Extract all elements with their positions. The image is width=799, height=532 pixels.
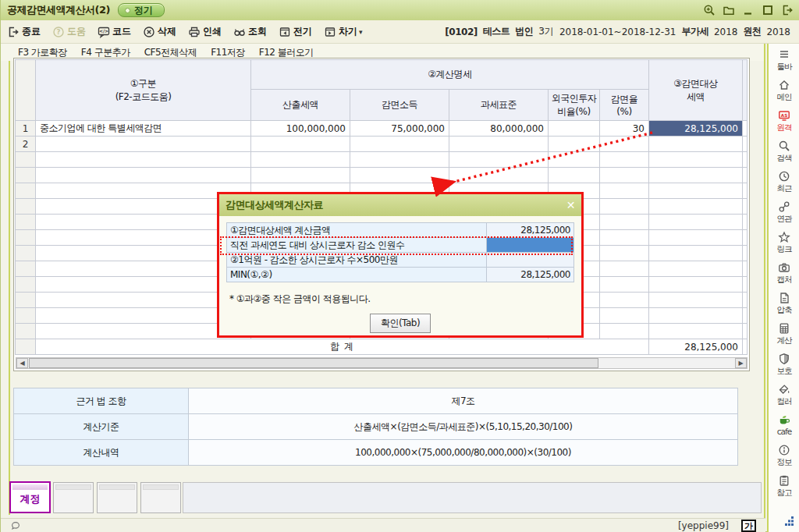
- grid-cell[interactable]: [449, 152, 549, 168]
- period-badge[interactable]: 정기: [118, 3, 165, 17]
- grid-cell[interactable]: [600, 246, 649, 261]
- grid-cell[interactable]: [600, 152, 649, 168]
- grid-cell[interactable]: [549, 137, 600, 152]
- sidebar-item-원격[interactable]: 원격: [769, 109, 799, 140]
- toolbar-more-button[interactable]: ▾: [359, 28, 363, 36]
- function-key-f12[interactable]: F12 불러오기: [259, 46, 314, 59]
- grid-cell[interactable]: [251, 152, 350, 168]
- grid-cell[interactable]: 28,125,000: [649, 121, 743, 137]
- grid-cell[interactable]: [600, 215, 649, 230]
- grid-cell[interactable]: [649, 293, 743, 308]
- grid-cell[interactable]: [600, 137, 649, 152]
- grid-cell[interactable]: [649, 261, 743, 277]
- grid-cell[interactable]: [549, 121, 600, 137]
- chat-bubble-icon[interactable]: [10, 520, 21, 531]
- tab-empty-1[interactable]: [53, 482, 94, 513]
- sidebar-item-툴바[interactable]: 툴바: [769, 48, 799, 79]
- sidebar-item-계산[interactable]: 계산: [769, 322, 799, 353]
- folder-icon[interactable]: [723, 4, 735, 16]
- grid-cell[interactable]: 75,000,000: [350, 121, 449, 137]
- grid-cell[interactable]: [600, 277, 649, 293]
- close-icon[interactable]: ✕: [566, 199, 575, 211]
- grid-cell[interactable]: [36, 152, 251, 168]
- sidebar-item-최근[interactable]: 최근: [769, 170, 799, 200]
- grid-cell[interactable]: [649, 277, 743, 293]
- sidebar-item-링크[interactable]: 링크: [769, 231, 799, 261]
- font-size-button[interactable]: 가: [741, 520, 756, 532]
- tab-empty-3[interactable]: [140, 482, 181, 513]
- grid-cell[interactable]: [549, 168, 600, 183]
- grid-cell[interactable]: [600, 261, 649, 277]
- resize-grip-icon[interactable]: [785, 516, 794, 526]
- sidebar-item-압축[interactable]: 압축: [769, 292, 799, 322]
- grid-cell[interactable]: [36, 137, 251, 152]
- grid-cell[interactable]: [600, 230, 649, 246]
- toolbar-button-조회[interactable]: 조회: [233, 25, 267, 38]
- toolbar-button-코드[interactable]: 코드: [98, 25, 131, 38]
- sidebar-item-검색[interactable]: 검색: [769, 140, 799, 170]
- sidebar-item-메인[interactable]: 메인: [769, 79, 799, 109]
- sidebar-item-컬러[interactable]: 컬러: [769, 383, 799, 413]
- tab-account[interactable]: 계정: [9, 481, 51, 513]
- grid-cell[interactable]: [649, 183, 743, 199]
- horizontal-scrollbar[interactable]: ◀ ▶: [16, 357, 748, 369]
- row-number-cell: [16, 324, 36, 339]
- grid-cell[interactable]: [449, 137, 549, 152]
- grid-cell[interactable]: [350, 152, 449, 168]
- scrollbar-thumb[interactable]: [29, 358, 598, 368]
- grid-cell[interactable]: 80,000,000: [449, 121, 549, 137]
- grid-cell[interactable]: [36, 168, 251, 183]
- sidebar-item-cafe[interactable]: cafe: [769, 413, 799, 444]
- grid-cell[interactable]: [600, 183, 649, 199]
- sidebar-item-연관[interactable]: 연관: [769, 200, 799, 231]
- sidebar-item-정보[interactable]: 정보: [769, 444, 799, 474]
- function-key-cf5전체삭제[interactable]: CF5전체삭제: [144, 46, 197, 59]
- function-key-f4[interactable]: F4 구분추가: [81, 46, 130, 59]
- grid-cell[interactable]: [549, 152, 600, 168]
- grid-cell[interactable]: [600, 168, 649, 183]
- grid-cell[interactable]: [600, 199, 649, 215]
- exit-window-icon[interactable]: [781, 4, 794, 16]
- toolbar-button-삭제[interactable]: 삭제: [143, 25, 176, 38]
- grid-cell[interactable]: [251, 168, 350, 183]
- toolbar-button-인쇄[interactable]: 인쇄: [188, 25, 222, 38]
- maximize-icon[interactable]: [762, 4, 774, 16]
- sidebar-item-보호[interactable]: 보호: [769, 353, 799, 383]
- grid-cell[interactable]: [649, 230, 743, 246]
- scroll-right-arrow-icon[interactable]: ▶: [735, 358, 747, 368]
- grid-cell[interactable]: [649, 246, 743, 261]
- function-key-f3[interactable]: F3 가로확장: [18, 46, 67, 59]
- grid-cell[interactable]: 중소기업에 대한 특별세액감면: [36, 121, 251, 137]
- grid-cell[interactable]: [649, 137, 743, 152]
- grid-cell[interactable]: [600, 293, 649, 308]
- context-segment: 부가세: [681, 25, 708, 38]
- grid-cell[interactable]: [649, 199, 743, 215]
- grid-cell[interactable]: [649, 168, 743, 183]
- grid-cell[interactable]: [649, 215, 743, 230]
- grid-cell[interactable]: [350, 168, 449, 183]
- sidebar-item-캡처[interactable]: 캡처: [769, 261, 799, 292]
- grid-cell[interactable]: [649, 324, 743, 339]
- grid-cell[interactable]: [649, 152, 743, 168]
- function-key-f11저장[interactable]: F11저장: [211, 46, 245, 59]
- zoom-icon[interactable]: [703, 4, 716, 16]
- sidebar-item-참고[interactable]: 참고: [769, 474, 799, 505]
- grid-cell[interactable]: [649, 308, 743, 324]
- tab-empty-2[interactable]: [97, 482, 137, 513]
- popup-input-field[interactable]: [487, 238, 574, 253]
- toolbar-button-종료[interactable]: 종료: [7, 25, 41, 38]
- grid-cell[interactable]: [600, 308, 649, 324]
- grid-cell[interactable]: [600, 324, 649, 339]
- minimize-icon[interactable]: [742, 4, 755, 16]
- grid-cell[interactable]: 100,000,000: [251, 121, 350, 137]
- grid-cell[interactable]: [449, 168, 549, 183]
- confirm-button[interactable]: 확인(Tab): [370, 314, 431, 333]
- toolbar-button-전기[interactable]: 전기: [279, 25, 312, 38]
- scroll-left-arrow-icon[interactable]: ◀: [16, 358, 28, 368]
- grid-cell[interactable]: [251, 137, 350, 152]
- grid-cell[interactable]: [350, 137, 449, 152]
- print-icon: [188, 26, 201, 38]
- toolbar-button-차기[interactable]: 차기: [324, 25, 357, 38]
- grid-cell[interactable]: 30: [600, 121, 649, 137]
- search-icon: [778, 140, 790, 152]
